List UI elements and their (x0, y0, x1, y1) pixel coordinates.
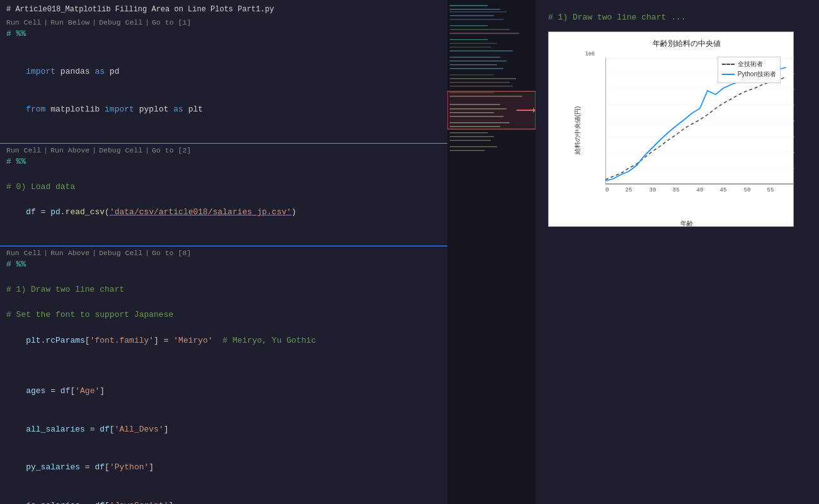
blue-separator-1 (0, 246, 447, 246)
legend-dashed-line (722, 64, 735, 65)
svg-rect-1 (450, 5, 488, 6)
svg-text:30: 30 (650, 187, 656, 193)
blue-separator-0 (0, 143, 447, 144)
output-panel: # 1) Draw two line chart ... 年齢別給料の中央値 1… (536, 0, 819, 504)
svg-text:20: 20 (605, 187, 609, 193)
svg-rect-19 (450, 82, 510, 83)
svg-rect-15 (450, 64, 497, 66)
py-salaries-line: py_salaries = df['Python'] (0, 449, 447, 486)
comment-load-data: # 0) Load data (0, 181, 447, 193)
run-cell-0[interactable]: Run Cell (6, 18, 41, 26)
legend-solid-line (722, 74, 735, 75)
code-panel: # Article018_Matplotlib Filling Area on … (0, 0, 447, 504)
minimap-content (447, 0, 536, 504)
run-above-2[interactable]: Run Above (50, 249, 89, 257)
run-cell-1[interactable]: Run Cell (6, 146, 41, 154)
chart-container: 年齢別給料の中央値 1e6 給料の中央値(円) 年齢 全技術者 Python技術… (548, 32, 794, 227)
cell-marker-0: # %% (0, 28, 447, 40)
run-below-0[interactable]: Run Below (50, 18, 89, 26)
svg-rect-32 (450, 140, 491, 141)
goto-0[interactable]: Go to [1] (152, 18, 191, 26)
svg-text:35: 35 (673, 187, 680, 193)
svg-rect-25 (450, 108, 507, 110)
debug-cell-0[interactable]: Debug Cell (99, 18, 142, 26)
svg-rect-10 (450, 43, 497, 44)
chart-title: 年齢別給料の中央値 (587, 38, 787, 49)
cell0-toolbar[interactable]: Run Cell | Run Below | Debug Cell | Go t… (0, 17, 447, 28)
y-axis-label: 給料の中央値(円) (573, 106, 582, 155)
svg-rect-28 (450, 122, 510, 123)
svg-rect-11 (450, 47, 491, 48)
svg-rect-16 (450, 68, 503, 69)
svg-rect-4 (450, 15, 494, 16)
svg-rect-5 (450, 19, 503, 20)
all-salaries-line: all_salaries = df['All_Devs'] (0, 411, 447, 449)
debug-cell-1[interactable]: Debug Cell (99, 146, 142, 154)
blank-6 (0, 360, 447, 372)
cell1-toolbar[interactable]: Run Cell | Run Above | Debug Cell | Go t… (0, 145, 447, 156)
svg-rect-18 (450, 78, 516, 79)
read-csv-line: df = pd.read_csv('data/csv/article018/sa… (0, 193, 447, 231)
svg-rect-29 (450, 126, 500, 127)
svg-text:25: 25 (626, 187, 633, 193)
svg-rect-7 (450, 29, 510, 30)
svg-rect-12 (450, 50, 513, 52)
cell2-toolbar[interactable]: Run Cell | Run Above | Debug Cell | Go t… (0, 248, 447, 258)
legend-python-label: Python技術者 (738, 70, 776, 79)
goto-1[interactable]: Go to [2] (152, 146, 191, 154)
svg-rect-2 (450, 9, 500, 10)
blank-0 (0, 40, 447, 53)
svg-rect-24 (450, 104, 500, 105)
svg-rect-26 (450, 112, 494, 113)
minimap-panel (447, 0, 536, 504)
import-matplotlib: from matplotlib import pyplot as plt (0, 91, 447, 129)
svg-rect-13 (450, 57, 500, 58)
blank-1 (0, 129, 447, 142)
svg-rect-30 (450, 132, 488, 134)
svg-text:40: 40 (697, 187, 704, 193)
svg-rect-31 (450, 136, 494, 137)
python-line (605, 67, 786, 181)
svg-text:55: 55 (767, 187, 774, 193)
svg-text:45: 45 (720, 187, 727, 193)
svg-text:50: 50 (744, 187, 751, 193)
run-cell-2[interactable]: Run Cell (6, 249, 41, 257)
comment-font: # Set the font to support Japanese (0, 309, 447, 321)
js-salaries-line: js_salaries = df['JavaScript'] (0, 486, 447, 504)
legend-all-devs-label: 全技術者 (738, 60, 763, 69)
svg-rect-9 (450, 39, 488, 40)
blank-4 (0, 271, 447, 284)
import-pandas: import pandas as pd (0, 53, 447, 91)
goto-2[interactable]: Go to [8] (152, 249, 191, 257)
cell-marker-2: # %% (0, 258, 447, 271)
svg-rect-27 (450, 116, 503, 117)
debug-cell-2[interactable]: Debug Cell (99, 249, 142, 257)
ages-line: ages = df['Age'] (0, 372, 447, 410)
filename-header: # Article018_Matplotlib Filling Area on … (0, 4, 447, 16)
svg-rect-33 (450, 146, 497, 147)
svg-rect-20 (450, 86, 513, 87)
svg-rect-17 (450, 74, 494, 76)
cell-marker-1: # %% (0, 156, 447, 168)
legend-python: Python技術者 (722, 70, 776, 79)
comment-draw-chart: # 1) Draw two line chart (0, 284, 447, 296)
svg-rect-3 (450, 11, 507, 13)
svg-rect-8 (450, 33, 519, 34)
output-comment: # 1) Draw two line chart ... (548, 13, 806, 22)
blank-5 (0, 296, 447, 309)
all-devs-line (605, 77, 786, 180)
rcparams-line: plt.rcParams['font.family'] = 'Meiryo' #… (0, 322, 447, 360)
svg-rect-0 (447, 0, 536, 504)
chart-legend: 全技術者 Python技術者 (718, 57, 781, 83)
legend-all-devs: 全技術者 (722, 60, 776, 69)
minimap-svg (447, 0, 536, 504)
blank-2 (0, 168, 447, 181)
svg-rect-34 (450, 150, 484, 151)
scale-note: 1e6 (585, 50, 595, 57)
run-above-1[interactable]: Run Above (50, 146, 89, 154)
x-axis-label: 年齢 (680, 219, 693, 228)
blank-3 (0, 232, 447, 244)
svg-rect-6 (450, 25, 488, 26)
svg-rect-14 (450, 60, 507, 62)
